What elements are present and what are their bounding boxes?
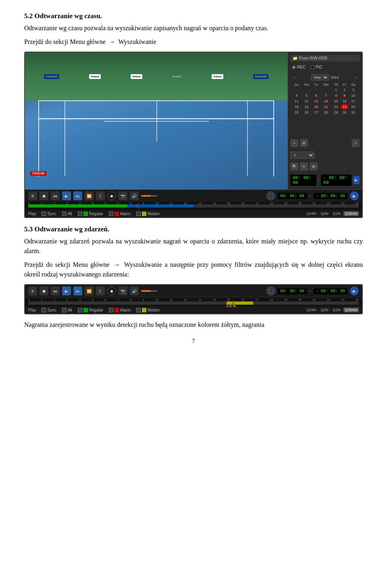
- alarm-checkbox-2[interactable]: [109, 308, 113, 312]
- fullscreen-btn[interactable]: ⛶: [266, 191, 275, 200]
- cal-day[interactable]: 22: [331, 104, 341, 110]
- step-forward-btn[interactable]: ⏩: [85, 191, 94, 200]
- cal-day[interactable]: 5: [301, 93, 312, 98]
- cal-next-btn[interactable]: >: [353, 75, 358, 80]
- search-btn[interactable]: 🔍: [290, 162, 298, 170]
- cal-day[interactable]: 29: [331, 110, 341, 115]
- record-btn[interactable]: ⏺: [107, 191, 116, 200]
- cal-day[interactable]: 17: [349, 98, 358, 104]
- step-forward-btn-2[interactable]: ⏩: [85, 287, 94, 295]
- play-btn[interactable]: ▶: [62, 191, 71, 200]
- snapshot-btn-2[interactable]: 📷: [119, 287, 127, 295]
- cal-day[interactable]: 6: [312, 93, 320, 98]
- sidebar-channel-select[interactable]: 1 2: [290, 152, 314, 159]
- motion-checkbox[interactable]: [136, 212, 141, 216]
- cal-day[interactable]: 15: [331, 98, 341, 104]
- filter-motion[interactable]: Motion: [136, 212, 160, 216]
- cal-month-select[interactable]: May: [311, 74, 329, 81]
- volume-btn[interactable]: 🔊: [130, 191, 139, 200]
- q-24hr-btn[interactable]: Q24hr: [305, 211, 318, 216]
- fast-forward-btn-2[interactable]: ⏭: [73, 287, 82, 295]
- sidebar-btn-3[interactable]: ↗: [352, 139, 360, 147]
- volume-btn-2[interactable]: 🔊: [130, 287, 139, 295]
- grid-view-btn[interactable]: ⊞: [310, 162, 318, 170]
- timeline-track-2[interactable]: 8 10 20: [28, 301, 359, 305]
- volume-slider[interactable]: [141, 195, 157, 197]
- q-30min-btn-2[interactable]: Q30min: [343, 308, 359, 312]
- cal-prev-btn[interactable]: <: [292, 75, 297, 80]
- record-btn-2[interactable]: ⏺: [107, 287, 116, 295]
- cal-day[interactable]: 13: [312, 98, 320, 104]
- rec-radio-item[interactable]: REC: [292, 65, 306, 69]
- cal-day[interactable]: [301, 87, 312, 93]
- filter-all[interactable]: All: [62, 212, 72, 216]
- cal-day[interactable]: 26: [301, 110, 312, 115]
- cal-day[interactable]: 14: [320, 98, 331, 104]
- filter-regular[interactable]: Regular: [78, 212, 103, 216]
- q-24hr-btn-2[interactable]: Q24hr: [305, 308, 318, 312]
- go-btn-2[interactable]: ▶: [350, 287, 359, 295]
- cal-day[interactable]: 16: [341, 98, 349, 104]
- cal-day-selected[interactable]: 23: [341, 104, 349, 110]
- sidebar-btn-2[interactable]: ⊞: [300, 139, 308, 147]
- filter-motion-2[interactable]: Motion: [136, 308, 160, 312]
- volume-slider-2[interactable]: [141, 290, 157, 292]
- q-1hr-btn[interactable]: Q1hr: [331, 211, 342, 216]
- stop-btn-2[interactable]: ⏹: [40, 287, 48, 295]
- cal-day[interactable]: 4: [292, 93, 301, 98]
- filter-regular-2[interactable]: Regular: [78, 308, 103, 312]
- cal-day[interactable]: 2: [341, 87, 349, 93]
- all-checkbox[interactable]: [62, 212, 67, 216]
- person-btn-2[interactable]: 🚶: [96, 287, 105, 295]
- cal-day[interactable]: 31: [349, 110, 358, 115]
- go-btn[interactable]: ▶: [350, 191, 359, 200]
- snapshot-btn[interactable]: 📷: [119, 191, 127, 200]
- fullscreen-btn-2[interactable]: ⛶: [266, 287, 275, 295]
- regular-checkbox-2[interactable]: [78, 308, 82, 312]
- filter-all-2[interactable]: All: [62, 308, 72, 312]
- motion-checkbox-2[interactable]: [136, 308, 141, 312]
- cal-day[interactable]: 24: [349, 104, 358, 110]
- stop-btn-ctrl[interactable]: ⏹: [40, 191, 48, 200]
- regular-checkbox[interactable]: [78, 212, 82, 216]
- cal-day[interactable]: 19: [301, 104, 312, 110]
- cal-day[interactable]: 20: [312, 104, 320, 110]
- timeline-track-1[interactable]: [28, 204, 359, 208]
- cal-day[interactable]: 27: [312, 110, 320, 115]
- cal-day[interactable]: 9: [341, 93, 349, 98]
- cal-day[interactable]: [320, 87, 331, 93]
- pic-radio-item[interactable]: PIC: [310, 65, 322, 69]
- q-2hr-btn[interactable]: Q2hr: [319, 211, 330, 216]
- cal-day[interactable]: 12: [301, 98, 312, 104]
- sync-checkbox-2[interactable]: [42, 308, 46, 312]
- q-1hr-btn-2[interactable]: Q1hr: [331, 308, 342, 312]
- pause-btn[interactable]: ⏸: [28, 191, 37, 200]
- sync-checkbox[interactable]: [42, 212, 46, 216]
- cal-day[interactable]: [312, 87, 320, 93]
- cal-day[interactable]: 21: [320, 104, 331, 110]
- q-2hr-btn-2[interactable]: Q2hr: [319, 308, 330, 312]
- sidebar-btn-1[interactable]: ▪: [290, 139, 298, 147]
- cal-day[interactable]: [292, 87, 301, 93]
- filter-sync-2[interactable]: Sync: [42, 308, 56, 312]
- cal-day[interactable]: 1: [331, 87, 341, 93]
- fast-forward-btn[interactable]: ⏭: [73, 191, 82, 200]
- cal-day[interactable]: 10: [349, 93, 358, 98]
- cal-day[interactable]: 7: [320, 93, 331, 98]
- cal-day[interactable]: 25: [292, 110, 301, 115]
- play-btn-2[interactable]: ▶: [62, 287, 71, 295]
- filter-alarm[interactable]: Alarm: [109, 212, 131, 216]
- stop-btn[interactable]: ✕: [300, 162, 308, 170]
- cal-day[interactable]: 8: [331, 93, 341, 98]
- cal-day[interactable]: 28: [320, 110, 331, 115]
- q-30min-btn[interactable]: Q30min: [343, 211, 359, 216]
- alarm-checkbox[interactable]: [109, 212, 113, 216]
- filter-sync[interactable]: Sync: [42, 212, 56, 216]
- cal-day[interactable]: 3: [349, 87, 358, 93]
- filter-alarm-2[interactable]: Alarm: [109, 308, 131, 312]
- all-checkbox-2[interactable]: [62, 308, 67, 312]
- cal-day[interactable]: 11: [292, 98, 301, 104]
- person-btn[interactable]: 🚶: [96, 191, 105, 200]
- time-nav-btn[interactable]: ▶: [353, 176, 360, 184]
- prev-btn-2[interactable]: ⏮: [51, 287, 60, 295]
